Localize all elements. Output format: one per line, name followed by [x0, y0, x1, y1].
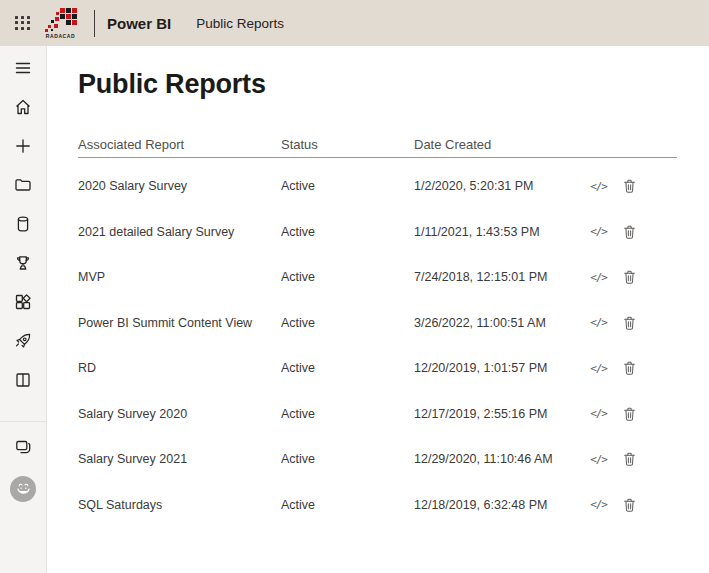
account-avatar[interactable] — [10, 476, 36, 502]
report-status: Active — [281, 452, 414, 466]
report-status: Active — [281, 179, 414, 193]
report-status: Active — [281, 361, 414, 375]
embed-code-icon[interactable]: </> — [590, 499, 607, 510]
table-row: 2020 Salary Survey Active 1/2/2020, 5:20… — [78, 163, 677, 209]
main-content: Public Reports Associated Report Status … — [47, 46, 709, 573]
hamburger-menu-icon[interactable] — [13, 58, 33, 78]
report-status: Active — [281, 270, 414, 284]
report-name: MVP — [78, 270, 281, 284]
trophy-icon[interactable] — [13, 253, 33, 273]
embed-code-icon[interactable]: </> — [590, 408, 607, 419]
embed-code-icon[interactable]: </> — [590, 272, 607, 283]
delete-icon[interactable] — [622, 497, 637, 513]
embed-code-icon[interactable]: </> — [590, 226, 607, 237]
delete-icon[interactable] — [622, 269, 637, 285]
folder-icon[interactable] — [13, 175, 33, 195]
report-name: 2021 detailed Salary Survey — [78, 225, 281, 239]
powerbi-brand: Power BI — [107, 15, 171, 32]
radacad-logo[interactable]: RADACAD — [44, 8, 77, 39]
database-icon[interactable] — [13, 214, 33, 234]
report-name: Salary Survey 2021 — [78, 452, 281, 466]
embed-code-icon[interactable]: </> — [590, 454, 607, 465]
embed-code-icon[interactable]: </> — [590, 363, 607, 374]
table-body: 2020 Salary Survey Active 1/2/2020, 5:20… — [78, 158, 677, 527]
report-date-created: 12/29/2020, 11:10:46 AM — [414, 452, 590, 466]
table-row: Salary Survey 2021 Active 12/29/2020, 11… — [78, 436, 677, 482]
column-header-associated-report: Associated Report — [78, 137, 281, 152]
report-name: SQL Saturdays — [78, 498, 281, 512]
left-nav — [0, 46, 47, 573]
radacad-logo-text: RADACAD — [46, 34, 75, 39]
column-header-status: Status — [281, 137, 414, 152]
column-header-date-created: Date Created — [414, 137, 590, 152]
report-name: RD — [78, 361, 281, 375]
report-name: Salary Survey 2020 — [78, 407, 281, 421]
table-row: MVP Active 7/24/2018, 12:15:01 PM </> — [78, 254, 677, 300]
delete-icon[interactable] — [622, 315, 637, 331]
report-date-created: 7/24/2018, 12:15:01 PM — [414, 270, 590, 284]
page-title: Public Reports — [78, 68, 709, 100]
home-icon[interactable] — [13, 97, 33, 117]
embed-code-icon[interactable]: </> — [590, 181, 607, 192]
report-date-created: 3/26/2022, 11:00:51 AM — [414, 316, 590, 330]
rocket-icon[interactable] — [13, 331, 33, 351]
table-row: 2021 detailed Salary Survey Active 1/11/… — [78, 209, 677, 255]
report-status: Active — [281, 316, 414, 330]
avatar-face-icon — [15, 481, 32, 498]
report-name: 2020 Salary Survey — [78, 179, 281, 193]
delete-icon[interactable] — [622, 224, 637, 240]
table-row: SQL Saturdays Active 12/18/2019, 6:32:48… — [78, 482, 677, 528]
apps-grid-icon[interactable] — [13, 292, 33, 312]
report-status: Active — [281, 225, 414, 239]
report-date-created: 12/18/2019, 6:32:48 PM — [414, 498, 590, 512]
delete-icon[interactable] — [622, 178, 637, 194]
topbar-page-title: Public Reports — [196, 16, 284, 31]
table-header: Associated Report Status Date Created — [78, 131, 677, 158]
delete-icon[interactable] — [622, 451, 637, 467]
create-plus-icon[interactable] — [13, 136, 33, 156]
radacad-logo-icon — [44, 8, 77, 33]
public-reports-table: Associated Report Status Date Created 20… — [78, 131, 677, 527]
report-date-created: 1/11/2021, 1:43:53 PM — [414, 225, 590, 239]
table-row: Salary Survey 2020 Active 12/17/2019, 2:… — [78, 391, 677, 437]
report-date-created: 1/2/2020, 5:20:31 PM — [414, 179, 590, 193]
stacked-windows-icon[interactable] — [13, 437, 33, 457]
table-row: Power BI Summit Content View Active 3/26… — [78, 300, 677, 346]
report-name: Power BI Summit Content View — [78, 316, 281, 330]
report-date-created: 12/17/2019, 2:55:16 PM — [414, 407, 590, 421]
embed-code-icon[interactable]: </> — [590, 317, 607, 328]
sidebar-divider — [0, 421, 47, 422]
app-launcher-icon[interactable] — [14, 15, 31, 32]
delete-icon[interactable] — [622, 406, 637, 422]
open-book-icon[interactable] — [13, 370, 33, 390]
delete-icon[interactable] — [622, 360, 637, 376]
topbar: RADACAD Power BI Public Reports — [0, 0, 709, 46]
report-date-created: 12/20/2019, 1:01:57 PM — [414, 361, 590, 375]
report-status: Active — [281, 498, 414, 512]
topbar-divider — [94, 10, 95, 37]
report-status: Active — [281, 407, 414, 421]
table-row: RD Active 12/20/2019, 1:01:57 PM </> — [78, 345, 677, 391]
